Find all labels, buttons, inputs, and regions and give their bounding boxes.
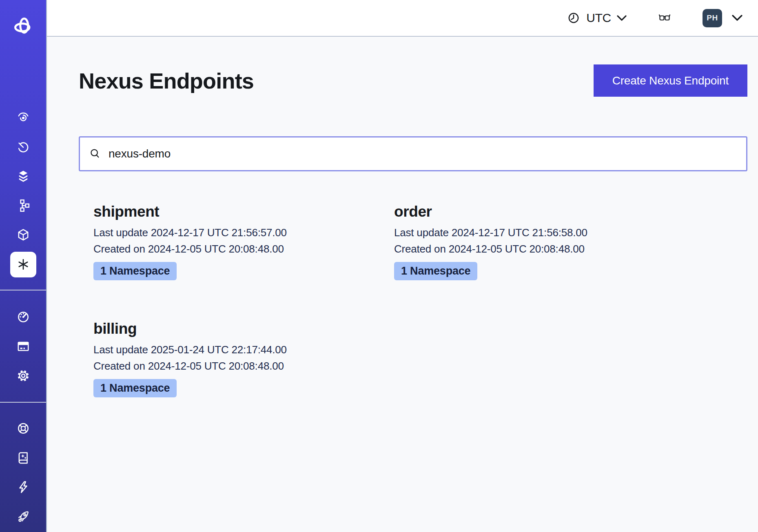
namespace-badge: 1 Namespace	[394, 262, 477, 280]
namespace-badge: 1 Namespace	[93, 262, 177, 280]
sidebar	[0, 0, 47, 532]
endpoint-last-update: Last update 2024-12-17 UTC 21:56:57.00	[93, 224, 394, 241]
asterisk-icon	[16, 257, 30, 271]
sidebar-item-batch-operations[interactable]	[0, 162, 46, 191]
sidebar-item-settings[interactable]	[0, 361, 46, 390]
sidebar-item-archival[interactable]	[0, 220, 46, 250]
rocket-icon	[16, 510, 30, 523]
endpoint-card: billing Last update 2025-01-24 UTC 22:17…	[93, 320, 394, 397]
sidebar-item-usage[interactable]	[0, 302, 46, 332]
search-input[interactable]	[108, 147, 740, 161]
gear-icon	[16, 369, 30, 383]
search-icon	[89, 148, 101, 160]
title-row: Nexus Endpoints Create Nexus Endpoint	[79, 64, 747, 97]
lightning-icon	[16, 480, 30, 494]
card-icon	[16, 339, 30, 353]
sidebar-item-support[interactable]	[0, 414, 46, 443]
sidebar-divider	[0, 290, 46, 290]
sidebar-nav-primary	[0, 103, 46, 279]
gauge-icon	[16, 310, 30, 324]
clock-icon	[567, 11, 581, 25]
main-content: Nexus Endpoints Create Nexus Endpoint sh…	[47, 37, 758, 532]
timezone-label: UTC	[586, 11, 611, 25]
glasses-icon	[656, 11, 673, 24]
sidebar-item-deployments[interactable]	[0, 191, 46, 220]
book-sparkle-icon	[16, 451, 30, 465]
spiral-icon	[16, 111, 30, 124]
user-menu[interactable]: PH	[703, 9, 742, 27]
endpoint-card: shipment Last update 2024-12-17 UTC 21:5…	[93, 203, 394, 280]
reader-mode-button[interactable]	[656, 11, 673, 24]
tree-icon	[16, 199, 30, 213]
avatar: PH	[703, 9, 722, 27]
layers-icon	[16, 169, 30, 183]
sidebar-item-nexus[interactable]	[0, 250, 46, 279]
sidebar-divider	[0, 402, 46, 403]
top-bar: UTC PH	[47, 0, 758, 37]
sidebar-item-whats-new[interactable]	[0, 502, 46, 531]
endpoint-card: order Last update 2024-12-17 UTC 21:56:5…	[394, 203, 747, 280]
sidebar-nav-help	[0, 414, 46, 531]
endpoint-last-update: Last update 2024-12-17 UTC 21:56:58.00	[394, 224, 747, 241]
endpoint-created-on: Created on 2024-12-05 UTC 20:08:48.00	[93, 241, 394, 257]
search-box	[79, 136, 747, 171]
timezone-selector[interactable]: UTC	[567, 11, 627, 25]
sidebar-item-feedback[interactable]	[0, 472, 46, 502]
endpoint-name-link[interactable]: order	[394, 203, 432, 220]
content-column: UTC PH Ne	[47, 0, 758, 532]
endpoint-created-on: Created on 2024-12-05 UTC 20:08:48.00	[93, 358, 394, 374]
endpoint-name-link[interactable]: billing	[93, 320, 137, 337]
chevron-down-icon	[617, 15, 627, 21]
cube-icon	[16, 228, 30, 242]
sidebar-item-billing[interactable]	[0, 332, 46, 361]
temporal-logo[interactable]	[11, 15, 35, 38]
sidebar-nav-account	[0, 302, 46, 390]
chevron-down-icon	[732, 15, 742, 21]
timer-icon	[16, 140, 30, 154]
sidebar-item-docs[interactable]	[0, 443, 46, 472]
selected-item-tile	[10, 252, 36, 277]
endpoint-list: shipment Last update 2024-12-17 UTC 21:5…	[93, 203, 747, 397]
create-nexus-endpoint-button[interactable]: Create Nexus Endpoint	[594, 64, 747, 97]
page-title: Nexus Endpoints	[79, 67, 254, 95]
endpoint-name-link[interactable]: shipment	[93, 203, 159, 220]
sidebar-item-schedules[interactable]	[0, 132, 46, 162]
namespace-badge: 1 Namespace	[93, 379, 177, 397]
app-root: UTC PH Ne	[0, 0, 758, 532]
lifebuoy-icon	[16, 421, 30, 435]
sidebar-item-workflows[interactable]	[0, 103, 46, 132]
temporal-logo-icon	[11, 15, 35, 38]
endpoint-created-on: Created on 2024-12-05 UTC 20:08:48.00	[394, 241, 747, 257]
endpoint-last-update: Last update 2025-01-24 UTC 22:17:44.00	[93, 341, 394, 358]
